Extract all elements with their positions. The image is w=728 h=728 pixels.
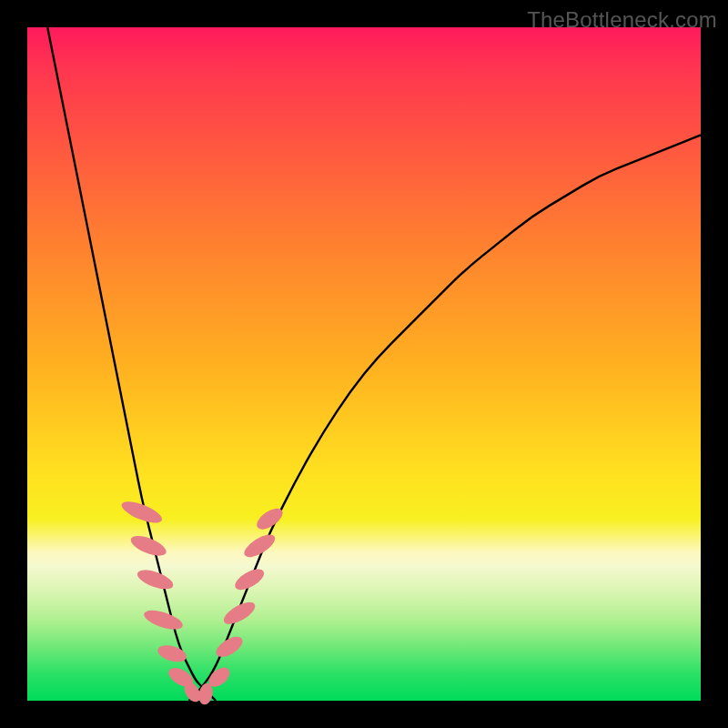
watermark-text: TheBottleneck.com — [527, 7, 717, 33]
curve-marker — [128, 531, 169, 560]
marker-group — [119, 497, 287, 705]
curve-marker — [232, 565, 268, 594]
curve-marker — [213, 632, 246, 661]
curves-svg — [27, 27, 701, 701]
left-curve — [47, 27, 216, 701]
chart-frame: TheBottleneck.com — [0, 0, 728, 728]
right-curve — [189, 135, 701, 701]
curve-marker — [142, 607, 185, 633]
curve-marker — [135, 566, 176, 592]
curve-marker — [156, 642, 188, 665]
plot-area — [27, 27, 701, 701]
curve-marker — [220, 598, 258, 628]
